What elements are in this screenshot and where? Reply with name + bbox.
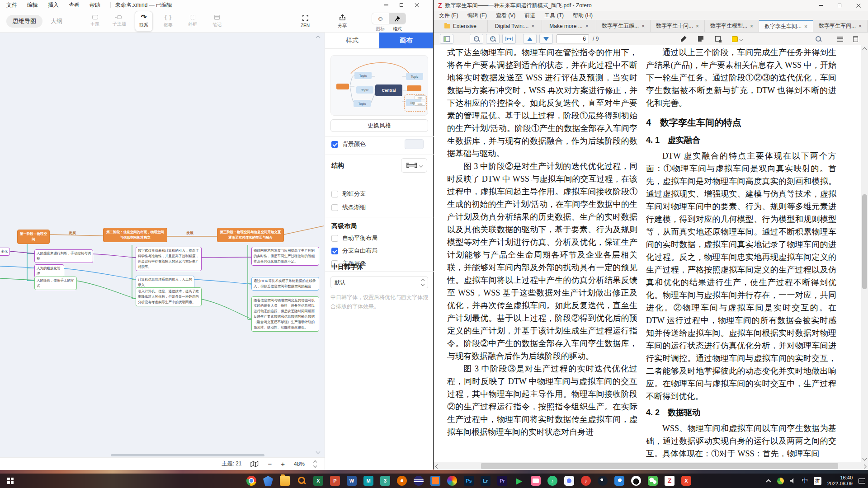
close-tab-icon[interactable]: × (642, 23, 645, 29)
chrome-icon[interactable] (246, 476, 256, 486)
mindmap-node[interactable]: 人为的粗放化管理 (34, 264, 64, 278)
free-layout-checkbox[interactable] (331, 248, 338, 254)
powerpoint-icon[interactable]: P (330, 476, 340, 486)
tab-document[interactable]: 数字孪生五维... × (596, 20, 651, 32)
boundary-button[interactable]: 外框 (184, 11, 202, 32)
tab-document-active[interactable]: 数字孪生车间... × (759, 20, 813, 32)
qq-icon[interactable] (631, 476, 641, 486)
subtopic-button[interactable]: 子主题 (110, 11, 128, 32)
map-overview-icon[interactable] (250, 461, 259, 467)
mindmap-node[interactable]: 通过RFID等技术实现了系统数据的在线录入，但缺乏信息空间和数据空间的融合 (251, 277, 319, 291)
zoom-out-button[interactable]: − (268, 460, 272, 468)
start-button[interactable] (0, 474, 21, 488)
mindmap-node[interactable]: 数字式仪器仪表和计算机的引入，提高了科学性与准确性，并且提高了控制精度，但是过程… (136, 247, 202, 271)
xmind-menu-edit[interactable]: 编辑 (27, 1, 38, 9)
structure-dropdown[interactable] (401, 158, 427, 173)
tab-outline[interactable]: 大纲 (51, 17, 62, 25)
tab-library[interactable]: Extensive (434, 20, 488, 32)
tab-document[interactable]: Make more ... × (542, 20, 596, 32)
note-button[interactable]: 笔记 (208, 11, 226, 32)
netease-music-icon[interactable]: ♪ (581, 476, 591, 486)
volume-icon[interactable] (790, 478, 796, 483)
maximize-button[interactable] (830, 0, 849, 11)
close-button[interactable] (409, 0, 425, 10)
find-in-document-button[interactable] (811, 34, 825, 44)
tapered-line-checkbox[interactable] (331, 204, 338, 211)
thumbnails-view-button[interactable] (849, 34, 862, 44)
previous-page-button[interactable] (523, 34, 537, 44)
relationship-button[interactable]: ↷ 联系 (135, 11, 153, 32)
vscrollbar-thumb[interactable] (862, 194, 867, 289)
mindmap-canvas[interactable]: 变化 第一阶段：物理空间 第二阶段：信息空间的出现，物理空间与信息空间相对独立 … (0, 33, 325, 457)
tray-app-icon[interactable] (777, 478, 784, 484)
tray-expand-icon[interactable] (766, 479, 771, 484)
share-button[interactable]: 分享 (333, 11, 351, 32)
minimize-button[interactable] (811, 0, 830, 11)
close-tab-icon[interactable]: × (696, 23, 699, 29)
next-page-button[interactable] (539, 34, 553, 44)
note-tool-button[interactable] (694, 34, 708, 44)
canvas-hscrollbar[interactable] (111, 454, 264, 456)
close-button[interactable] (849, 0, 868, 11)
rainbow-branch-checkbox[interactable] (331, 191, 338, 197)
zoom-stepper[interactable] (314, 461, 316, 467)
tab-mindmap[interactable]: 思维导图 (6, 15, 42, 28)
xmind-menu-file[interactable]: 文件 (6, 1, 17, 9)
orange-app-icon[interactable] (397, 476, 407, 486)
scroll-down-icon[interactable] (863, 456, 867, 461)
bg-color-checkbox[interactable] (331, 141, 338, 148)
search-tool-icon[interactable] (297, 476, 307, 486)
cloud-app-icon[interactable] (564, 476, 574, 486)
highlight-tool-button[interactable] (677, 34, 690, 44)
cjk-font-select[interactable]: 默认 (330, 277, 428, 288)
lightroom-icon[interactable]: Lr (481, 476, 491, 486)
annotation-color-button[interactable] (728, 34, 746, 44)
ime-mode-indicator[interactable]: 拼 (814, 477, 821, 485)
xunlei-icon[interactable]: X (681, 476, 691, 486)
tab-document[interactable]: 数字孪生车间... × (813, 20, 868, 32)
tab-document[interactable]: Digital Twin:... × (488, 20, 542, 32)
word-icon[interactable]: W (347, 476, 357, 486)
mindmap-node[interactable]: 物联网技术的发展与应用提高了生产控制的实时性，但是车间生产过程控制的智能性及全局… (251, 247, 319, 266)
close-tab-icon[interactable]: × (804, 23, 807, 30)
summary-button[interactable]: { } 概要 (159, 11, 177, 32)
mindmap-stage3-node[interactable]: 第三阶段：物理空间与信息空间开始交互逐渐至实时连续的交互与融合 (217, 228, 284, 242)
max3ds-icon[interactable]: 3 (380, 476, 390, 486)
close-tab-icon[interactable]: × (585, 23, 589, 29)
color-wheel-icon[interactable] (447, 476, 457, 486)
close-tab-icon[interactable]: × (531, 23, 534, 29)
zoom-out-button[interactable]: − (470, 34, 483, 44)
ime-language-indicator[interactable]: 中 (802, 477, 808, 485)
diagram-app-icon[interactable] (430, 476, 440, 486)
maximize-button[interactable] (394, 0, 409, 10)
hscrollbar-thumb[interactable] (481, 463, 838, 469)
panel-tab-canvas[interactable]: 画布 (379, 33, 434, 49)
photoshop-icon[interactable]: Ps (464, 476, 474, 486)
format-panel-button[interactable] (389, 13, 406, 24)
excel-icon[interactable]: X (313, 476, 323, 486)
annotations-view-button[interactable] (833, 34, 847, 44)
mindmap-node[interactable]: 人的感官来进行判断，手动控制与调整 (34, 249, 93, 263)
zotero-menu-help[interactable]: 帮助 (H) (573, 12, 593, 19)
xmind-menu-insert[interactable]: 插入 (48, 1, 59, 9)
minimize-button[interactable] (378, 0, 394, 10)
zotero-menu-file[interactable]: 文件 (F) (439, 12, 458, 19)
icon-panel-button[interactable]: ☺ (372, 13, 389, 24)
explorer-icon[interactable] (280, 476, 290, 486)
pdf-page[interactable]: 式下达至物理车间。物理车间在管控指令的作用下，将各生产要素调整到适合的状态，并在… (434, 45, 861, 462)
zotero-icon[interactable]: Z (665, 476, 675, 486)
bilibili-icon[interactable] (531, 476, 541, 486)
zoom-level[interactable]: 48% (294, 461, 305, 467)
mindmap-node-cut[interactable]: 变化 (0, 248, 10, 256)
bird-app-icon[interactable] (614, 476, 624, 486)
panel-tab-style[interactable]: 样式 (325, 33, 379, 49)
close-tab-icon[interactable]: × (859, 23, 862, 29)
scroll-right-icon[interactable] (862, 465, 867, 469)
area-tool-button[interactable] (711, 34, 725, 44)
scroll-up-icon[interactable] (863, 47, 867, 52)
pdf-hscrollbar[interactable] (434, 462, 868, 470)
wechat-icon[interactable] (648, 476, 658, 486)
mindmap-stage1-node[interactable]: 第一阶段：物理空间 (17, 230, 50, 244)
auto-balance-checkbox[interactable] (331, 235, 338, 242)
scroll-left-icon[interactable] (435, 465, 440, 469)
